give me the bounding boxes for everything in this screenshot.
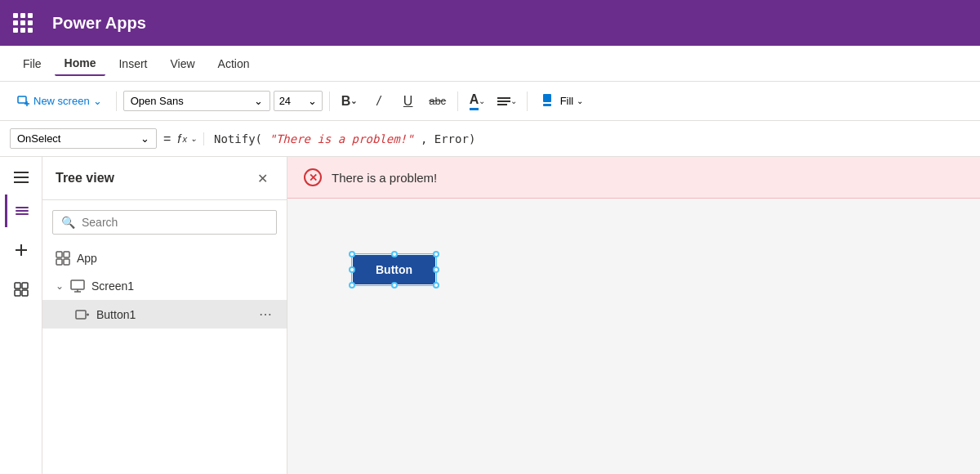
formula-display-area[interactable]: Notify( "There is a problem!" , Error) xyxy=(203,132,970,145)
canvas-button-area: Button xyxy=(353,255,435,284)
fx-icon[interactable]: fx ⌄ xyxy=(177,132,197,145)
search-icon: 🔍 xyxy=(61,216,75,229)
font-color-icon: A xyxy=(470,92,479,110)
svg-rect-13 xyxy=(22,290,28,296)
search-box[interactable]: 🔍 xyxy=(52,210,277,235)
align-button[interactable]: ⌄ xyxy=(494,88,520,114)
formula-comma: , Error) xyxy=(413,132,475,145)
new-screen-label: New screen xyxy=(33,95,90,107)
search-input[interactable] xyxy=(82,216,268,229)
tree-item-more-button[interactable]: ⋯ xyxy=(259,306,274,322)
menu-view[interactable]: View xyxy=(160,52,204,75)
equals-sign: = xyxy=(163,132,171,146)
font-color-chevron: ⌄ xyxy=(479,96,485,105)
tree-items: App ⌄ Screen1 Button1 xyxy=(42,244,287,474)
svg-rect-15 xyxy=(64,252,69,257)
svg-rect-16 xyxy=(56,259,62,265)
canvas-area: ✕ There is a problem! Button xyxy=(287,157,980,474)
menu-bar: File Home Insert View Action xyxy=(0,46,980,82)
svg-rect-3 xyxy=(543,94,551,102)
font-size-value: 24 xyxy=(279,95,291,107)
svg-rect-12 xyxy=(15,290,20,296)
handle-bottom-left[interactable] xyxy=(349,282,355,288)
handle-top-left[interactable] xyxy=(349,251,355,257)
handle-bottom-right[interactable] xyxy=(433,282,439,288)
property-selector[interactable]: OnSelect ⌄ xyxy=(10,128,157,149)
tree-item-button1-label: Button1 xyxy=(96,308,252,321)
fill-chevron: ⌄ xyxy=(577,96,583,105)
main-area: Tree view ✕ 🔍 App ⌄ xyxy=(0,157,980,474)
tree-item-app[interactable]: App xyxy=(42,244,287,272)
handle-top-middle[interactable] xyxy=(391,251,398,257)
canvas-button[interactable]: Button xyxy=(353,255,435,284)
handle-middle-left[interactable] xyxy=(349,266,355,273)
fill-icon xyxy=(541,92,557,110)
menu-action[interactable]: Action xyxy=(208,52,260,75)
bold-button[interactable]: B ⌄ xyxy=(336,88,363,114)
sidebar-add-icon[interactable] xyxy=(5,234,38,266)
tree-item-screen1-label: Screen1 xyxy=(91,279,274,293)
sidebar-layers-icon[interactable] xyxy=(5,195,38,227)
italic-icon: / xyxy=(376,94,380,109)
svg-rect-18 xyxy=(71,280,84,289)
svg-rect-6 xyxy=(16,210,29,212)
svg-rect-17 xyxy=(64,259,69,265)
font-family-value: Open Sans xyxy=(131,95,184,107)
svg-rect-14 xyxy=(56,252,62,257)
formula-notify: Notify( xyxy=(214,132,269,145)
toolbar-divider-2 xyxy=(329,92,330,111)
font-color-button[interactable]: A ⌄ xyxy=(465,88,491,114)
menu-home[interactable]: Home xyxy=(55,51,106,76)
svg-rect-0 xyxy=(18,96,26,103)
underline-icon: U xyxy=(403,94,413,109)
svg-rect-21 xyxy=(76,311,86,319)
svg-rect-11 xyxy=(22,283,28,288)
tree-view-close-button[interactable]: ✕ xyxy=(251,167,274,190)
app-title: Power Apps xyxy=(52,14,146,33)
handle-bottom-middle[interactable] xyxy=(391,282,398,288)
screen1-chevron[interactable]: ⌄ xyxy=(56,280,64,292)
screen-icon xyxy=(70,279,85,293)
grid-icon[interactable] xyxy=(13,13,33,33)
property-value: OnSelect xyxy=(17,132,60,145)
button-icon xyxy=(75,307,90,322)
left-sidebar xyxy=(0,157,42,474)
hamburger-menu[interactable] xyxy=(9,167,33,188)
fill-button[interactable]: Fill ⌄ xyxy=(534,88,590,114)
new-screen-chevron[interactable]: ⌄ xyxy=(93,95,102,107)
menu-insert[interactable]: Insert xyxy=(109,52,157,75)
svg-rect-5 xyxy=(16,207,29,208)
toolbar-divider-3 xyxy=(457,92,458,111)
app-header: Power Apps xyxy=(0,0,980,46)
menu-file[interactable]: File xyxy=(13,52,51,75)
tree-item-button1[interactable]: Button1 ⋯ xyxy=(42,300,287,329)
handle-top-right[interactable] xyxy=(433,251,439,257)
notification-banner: ✕ There is a problem! xyxy=(287,157,980,199)
new-screen-icon xyxy=(17,95,30,108)
align-icon xyxy=(497,96,510,107)
toolbar-divider-1 xyxy=(116,92,117,111)
tree-item-screen1[interactable]: ⌄ Screen1 xyxy=(42,272,287,300)
bold-icon: B xyxy=(341,94,351,109)
align-chevron: ⌄ xyxy=(510,96,517,105)
canvas-button-wrapper[interactable]: Button xyxy=(353,255,435,284)
underline-button[interactable]: U xyxy=(395,88,421,114)
formula-string: "There is a problem!" xyxy=(269,132,413,145)
font-family-selector[interactable]: Open Sans ⌄ xyxy=(123,91,270,111)
strikethrough-icon: abc xyxy=(429,95,446,107)
tree-view-title: Tree view xyxy=(56,171,114,186)
svg-rect-7 xyxy=(16,213,29,215)
tree-view-header: Tree view ✕ xyxy=(42,157,287,200)
strikethrough-button[interactable]: abc xyxy=(425,88,451,114)
svg-rect-4 xyxy=(543,104,551,106)
italic-button[interactable]: / xyxy=(366,88,392,114)
new-screen-button[interactable]: New screen ⌄ xyxy=(10,91,109,112)
notification-text: There is a problem! xyxy=(332,171,437,185)
tree-view-panel: Tree view ✕ 🔍 App ⌄ xyxy=(42,157,287,474)
handle-middle-right[interactable] xyxy=(433,266,439,273)
toolbar-divider-4 xyxy=(527,92,528,111)
svg-rect-10 xyxy=(15,283,20,288)
font-size-selector[interactable]: 24 ⌄ xyxy=(274,91,323,111)
fill-label: Fill xyxy=(560,95,574,107)
sidebar-data-icon[interactable] xyxy=(5,273,38,306)
